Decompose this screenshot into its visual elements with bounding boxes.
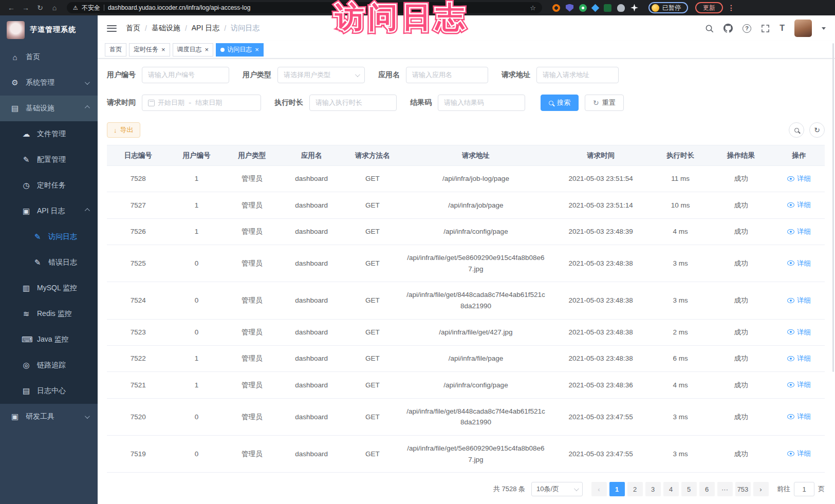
sidebar-item-access-log[interactable]: ✎访问日志 [0, 224, 98, 250]
search-button[interactable]: 搜索 [541, 95, 579, 111]
detail-link[interactable]: 详细 [787, 327, 811, 338]
chevron-down-icon [355, 72, 360, 77]
browser-forward-button[interactable]: → [20, 4, 32, 12]
scrollbar[interactable] [832, 43, 834, 372]
github-icon[interactable] [723, 24, 733, 33]
log-center-icon: ▤ [22, 386, 31, 396]
help-icon[interactable]: ? [743, 24, 751, 33]
profile-pill[interactable]: 已暂停 [648, 2, 688, 13]
detail-link[interactable]: 详细 [787, 258, 811, 269]
refresh-table-button[interactable]: ↻ [809, 122, 825, 138]
detail-link[interactable]: 详细 [787, 411, 811, 422]
sidebar-item-job[interactable]: ◷定时任务 [0, 173, 98, 198]
white-pinwheel-extension-icon[interactable] [630, 4, 638, 12]
cell-url: /api/infra/file/get/5e8609290e915c4fa8b0… [402, 245, 550, 282]
reset-button[interactable]: ↻重置 [585, 95, 624, 111]
chevron-down-icon[interactable] [822, 27, 826, 30]
sidebar-item-file[interactable]: ☁文件管理 [0, 121, 98, 147]
detail-link[interactable]: 详细 [787, 353, 811, 364]
sidebar-item-mysql[interactable]: ▥MySQL 监控 [0, 275, 98, 301]
page-button-5[interactable]: 5 [681, 482, 697, 496]
green-square-extension-icon[interactable] [604, 4, 611, 12]
user-id-input[interactable]: 请输入用户编号 [142, 67, 229, 83]
bookmark-star-icon[interactable]: ☆ [530, 4, 536, 12]
search-icon[interactable] [705, 24, 714, 33]
goto-page: 前往1页 [777, 482, 825, 496]
browser-back-button[interactable]: ← [5, 4, 17, 12]
page-button-753[interactable]: 753 [735, 482, 751, 496]
tab-close-icon[interactable]: × [205, 46, 209, 53]
cell-url: /api/infra/file/get/8448cada8c7f4e4ab61f… [402, 282, 550, 319]
gray-person-extension-icon[interactable] [617, 4, 625, 12]
sidebar-item-trace[interactable]: ◎链路追踪 [0, 352, 98, 378]
detail-link[interactable]: 详细 [787, 226, 811, 237]
browser-update-button[interactable]: 更新 [695, 2, 723, 13]
breadcrumb-separator: / [224, 24, 226, 32]
goto-page-input[interactable]: 1 [794, 482, 814, 496]
green-circle-extension-icon[interactable] [579, 4, 587, 12]
sidebar-item-api-log[interactable]: ▣API 日志 [0, 198, 98, 224]
sidebar-item-redis[interactable]: ≋Redis 监控 [0, 301, 98, 327]
app-logo[interactable]: 芋道管理系统 [0, 15, 98, 44]
prev-page-button[interactable]: ‹ [591, 482, 607, 496]
detail-link-label: 详细 [797, 295, 811, 306]
tab-job-log[interactable]: 调度日志× [173, 43, 214, 57]
export-button[interactable]: ↓ 导出 [107, 122, 140, 138]
detail-link[interactable]: 详细 [787, 295, 811, 306]
request-url-input[interactable]: 请输入请求地址 [536, 67, 619, 83]
address-bar[interactable]: ⚠ 不安全 dashboard.yudao.iocoder.cn/infra/l… [67, 2, 542, 13]
hamburger-icon[interactable] [107, 25, 117, 32]
tab-close-icon[interactable]: × [161, 46, 165, 53]
sidebar-item-system[interactable]: ⚙系统管理 [0, 70, 98, 96]
request-time-range-picker[interactable]: 开始日期-结束日期 [142, 95, 261, 111]
filter-item-request-time: 请求时间开始日期-结束日期 [107, 95, 261, 111]
page-size-select[interactable]: 10条/页 [531, 482, 583, 496]
breadcrumb-item[interactable]: API 日志 [192, 24, 219, 33]
sidebar-item-label: MySQL 监控 [37, 284, 88, 293]
cell-action: 详细 [773, 166, 825, 192]
page-button-2[interactable]: 2 [627, 482, 643, 496]
user-type-select[interactable]: 请选择用户类型 [277, 67, 365, 83]
sidebar-item-java[interactable]: ⌨Java 监控 [0, 327, 98, 352]
next-page-button[interactable]: › [753, 482, 769, 496]
page-button-1[interactable]: 1 [609, 482, 625, 496]
result-code-input[interactable]: 请输入结果码 [438, 95, 525, 111]
fullscreen-icon[interactable] [761, 24, 770, 33]
detail-link[interactable]: 详细 [787, 448, 811, 459]
tab-job[interactable]: 定时任务× [129, 43, 170, 57]
browser-menu-icon[interactable]: ⋮ [725, 4, 737, 12]
duration-input[interactable]: 请输入执行时长 [309, 95, 397, 111]
sidebar-item-log-center[interactable]: ▤日志中心 [0, 378, 98, 404]
tab-close-icon[interactable]: × [255, 46, 259, 53]
toggle-search-button[interactable] [789, 122, 804, 138]
detail-link[interactable]: 详细 [787, 379, 811, 390]
breadcrumb-separator: / [185, 24, 187, 32]
orange-donut-extension-icon[interactable] [552, 4, 560, 12]
font-size-icon[interactable]: T [780, 24, 785, 33]
user-avatar[interactable] [794, 20, 812, 37]
blue-diamond-extension-icon[interactable] [591, 4, 600, 12]
sidebar-item-error-log[interactable]: ✎错误日志 [0, 250, 98, 275]
breadcrumb-item[interactable]: 首页 [126, 24, 140, 33]
page-button-4[interactable]: 4 [663, 482, 679, 496]
sidebar-item-devtools[interactable]: ▣研发工具 [0, 404, 98, 430]
detail-link[interactable]: 详细 [787, 199, 811, 211]
cell-url: /api/infra/config/page [402, 218, 550, 245]
tab-access-log[interactable]: 访问日志× [216, 43, 264, 57]
page-button-6[interactable]: 6 [699, 482, 715, 496]
sidebar-item-infra[interactable]: ▤基础设施 [0, 96, 98, 121]
browser-home-button[interactable]: ⌂ [48, 4, 61, 12]
detail-link[interactable]: 详细 [787, 173, 811, 184]
more-pages-button[interactable]: ··· [717, 482, 733, 496]
sidebar-item-home[interactable]: ⌂首页 [0, 44, 98, 70]
browser-reload-button[interactable]: ↻ [34, 4, 46, 12]
sidebar-item-config[interactable]: ✎配置管理 [0, 147, 98, 173]
cell-user_type: 管理员 [224, 319, 280, 345]
app-name-input[interactable]: 请输入应用名 [406, 67, 488, 83]
shield-extension-icon[interactable] [566, 4, 573, 12]
page-button-3[interactable]: 3 [645, 482, 661, 496]
logo-image [7, 21, 25, 39]
breadcrumb-item[interactable]: 基础设施 [152, 24, 180, 33]
tab-home[interactable]: 首页 [105, 43, 126, 57]
detail-link-label: 详细 [797, 199, 811, 211]
